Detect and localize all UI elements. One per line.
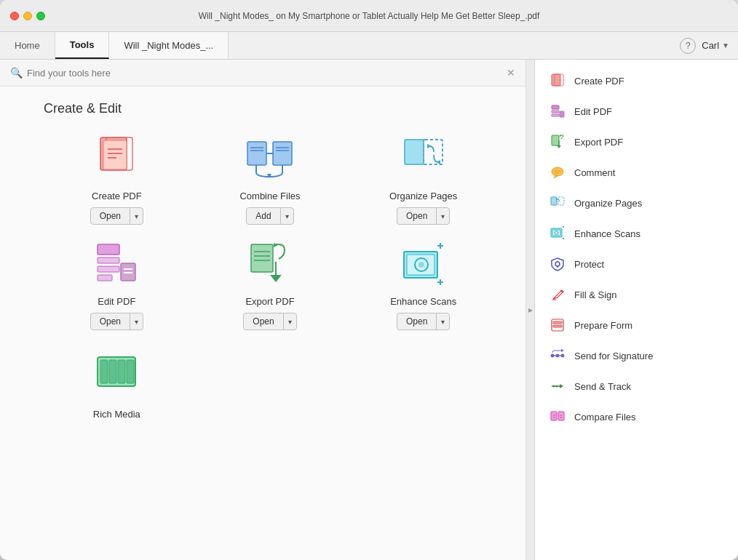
combine-files-action[interactable]: Add ▾: [246, 207, 293, 225]
tools-scroll[interactable]: Create & Edit: [0, 87, 525, 560]
chevron-down-icon: ▼: [722, 41, 729, 49]
titlebar: Will _Night Modes_ on My Smartphone or T…: [0, 0, 738, 32]
export-pdf-icon: [549, 134, 566, 150]
svg-rect-44: [552, 105, 559, 109]
sidebar-item-create-pdf[interactable]: Create PDF: [535, 65, 738, 96]
tool-rich-media: Rich Media: [44, 352, 190, 420]
help-button[interactable]: ?: [680, 38, 696, 54]
combine-files-label: Combine Files: [239, 191, 300, 201]
export-pdf-dropdown[interactable]: ▾: [284, 313, 296, 329]
edit-pdf-icon-area: [87, 239, 146, 290]
sidebar-item-export-pdf[interactable]: Export PDF: [535, 127, 738, 157]
section-title-create-edit: Create & Edit: [44, 101, 496, 116]
minimize-button[interactable]: [23, 12, 32, 20]
sidebar-item-organize-pages[interactable]: Organize Pages: [535, 188, 738, 218]
tab-tools[interactable]: Tools: [55, 32, 110, 59]
prepare-form-icon: [549, 317, 566, 333]
svg-point-80: [556, 385, 558, 388]
export-pdf-label: Export PDF: [245, 296, 294, 307]
sidebar-item-edit-pdf[interactable]: Edit PDF: [535, 96, 738, 127]
svg-marker-78: [560, 384, 563, 388]
svg-rect-20: [98, 275, 112, 281]
create-pdf-label: Create PDF: [92, 191, 142, 201]
sidebar-item-fill-sign[interactable]: Fill & Sign: [535, 279, 738, 310]
tabbar-right: ? Carl ▼: [680, 32, 738, 59]
sidebar: Create PDF Edit PDF: [534, 60, 738, 560]
edit-pdf-dropdown[interactable]: ▾: [130, 313, 143, 329]
combine-files-dropdown[interactable]: ▾: [281, 208, 293, 224]
sidebar-edit-pdf-label: Edit PDF: [574, 106, 612, 117]
tool-combine-files: Combine Files Add ▾: [197, 134, 344, 225]
svg-rect-7: [273, 142, 292, 165]
edit-pdf-icon: [549, 103, 566, 119]
tools-grid: Create PDF Open ▾: [44, 134, 496, 420]
sidebar-comment-label: Comment: [574, 167, 615, 178]
enhance-scans-label: Enhance Scans: [390, 296, 456, 307]
sidebar-enhance-scans-label: Enhance Scans: [574, 228, 640, 239]
send-track-icon: [549, 378, 566, 394]
tool-organize-pages: Organize Pages Open ▾: [350, 134, 496, 225]
svg-rect-14: [405, 140, 424, 164]
sidebar-item-send-signature[interactable]: Send for Signature: [535, 340, 738, 371]
svg-rect-82: [558, 412, 564, 420]
svg-marker-76: [561, 349, 564, 352]
tool-edit-pdf: Edit PDF Open ▾: [44, 239, 190, 330]
svg-rect-39: [109, 360, 116, 383]
sidebar-create-pdf-label: Create PDF: [574, 76, 624, 87]
sidebar-item-enhance-scans[interactable]: Enhance Scans: [535, 218, 738, 249]
svg-rect-69: [553, 321, 562, 324]
user-name: Carl: [702, 40, 719, 51]
export-pdf-action[interactable]: Open ▾: [243, 313, 296, 330]
create-pdf-action[interactable]: Open ▾: [90, 207, 143, 225]
sidebar-fill-sign-label: Fill & Sign: [574, 289, 617, 300]
compare-files-icon: [549, 409, 566, 425]
close-button[interactable]: [10, 12, 19, 20]
svg-rect-47: [560, 111, 564, 117]
svg-point-72: [556, 354, 559, 357]
organize-pages-icon-area: [394, 134, 453, 185]
organize-pages-dropdown[interactable]: ▾: [437, 208, 449, 224]
organize-pages-icon: [549, 195, 566, 211]
svg-point-71: [551, 354, 554, 357]
export-pdf-icon-area: [241, 239, 299, 290]
svg-rect-48: [552, 135, 559, 145]
tab-document[interactable]: Will _Night Modes_...: [109, 32, 229, 59]
clear-icon[interactable]: ✕: [507, 67, 515, 79]
traffic-lights: [10, 12, 45, 20]
sidebar-item-prepare-form[interactable]: Prepare Form: [535, 310, 738, 340]
svg-point-79: [553, 385, 555, 388]
svg-marker-28: [274, 243, 278, 247]
tab-home[interactable]: Home: [0, 32, 55, 59]
svg-rect-17: [98, 244, 119, 255]
content-area: 🔍 ✕ Create & Edit: [0, 60, 525, 560]
svg-rect-18: [98, 257, 119, 263]
tabbar: Home Tools Will _Night Modes_... ? Carl …: [0, 32, 738, 60]
sidebar-item-compare-files[interactable]: Compare Files: [535, 401, 738, 432]
organize-pages-action[interactable]: Open ▾: [397, 207, 450, 225]
maximize-button[interactable]: [36, 12, 45, 20]
create-pdf-icon-area: [87, 134, 146, 185]
svg-rect-70: [553, 325, 562, 327]
user-menu[interactable]: Carl ▼: [702, 40, 729, 51]
create-pdf-dropdown[interactable]: ▾: [130, 208, 143, 224]
enhance-scans-action[interactable]: Open ▾: [397, 313, 450, 330]
sidebar-item-comment[interactable]: Comment: [535, 157, 738, 188]
enhance-scans-dropdown[interactable]: ▾: [437, 313, 449, 329]
sidebar-protect-label: Protect: [574, 259, 604, 270]
svg-point-50: [552, 167, 563, 176]
edit-pdf-action[interactable]: Open ▾: [90, 313, 143, 330]
svg-rect-42: [552, 74, 560, 86]
app-window: Will _Night Modes_ on My Smartphone or T…: [0, 0, 738, 560]
svg-rect-38: [100, 360, 108, 383]
main-layout: 🔍 ✕ Create & Edit: [0, 60, 738, 560]
sidebar-send-track-label: Send & Track: [574, 381, 631, 392]
fill-sign-icon: [549, 287, 566, 303]
rich-media-icon-area: [87, 352, 146, 403]
sidebar-item-protect[interactable]: Protect: [535, 249, 738, 279]
sidebar-prepare-form-label: Prepare Form: [574, 320, 632, 331]
enhance-scans-sidebar-icon: [549, 225, 566, 241]
search-icon: 🔍: [10, 67, 23, 79]
svg-point-73: [561, 354, 564, 357]
sidebar-item-send-track[interactable]: Send & Track: [535, 371, 738, 401]
search-input[interactable]: [27, 68, 507, 79]
